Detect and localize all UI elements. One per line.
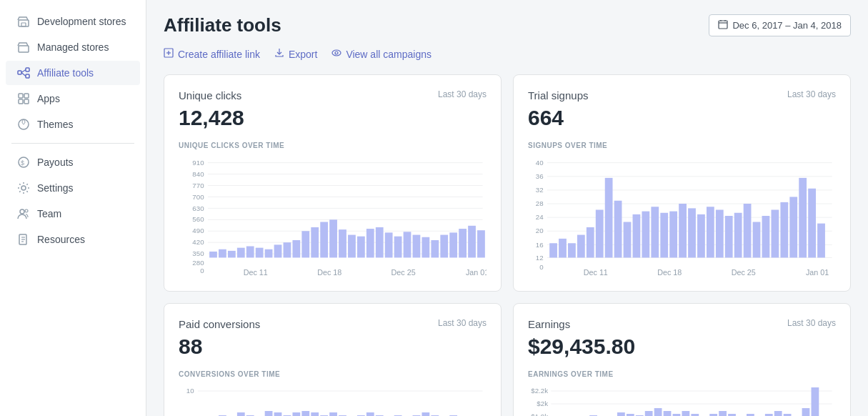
svg-text:630: 630: [192, 204, 204, 212]
svg-text:Jan 01: Jan 01: [806, 268, 829, 277]
export-icon: [274, 48, 284, 60]
trial-signups-card: Trial signups Last 30 days 664 Signups o…: [513, 74, 851, 292]
sidebar-item-themes[interactable]: Themes: [6, 112, 140, 137]
svg-rect-153: [311, 412, 319, 416]
svg-text:Dec 18: Dec 18: [657, 268, 682, 277]
card-value: 88: [179, 335, 487, 359]
svg-text:Dec 25: Dec 25: [732, 268, 756, 277]
sidebar-item-affiliate-tools[interactable]: Affiliate tools: [6, 61, 140, 85]
create-affiliate-link-button[interactable]: Create affiliate link: [164, 48, 260, 60]
svg-rect-121: [716, 210, 724, 258]
date-range-text: Dec 6, 2017 – Jan 4, 2018: [732, 20, 842, 31]
sidebar-item-label: Team: [37, 208, 61, 219]
svg-rect-118: [688, 208, 696, 257]
trial-signups-chart: 40 36 32 28 24 20 16 12 0: [528, 155, 836, 277]
svg-point-17: [25, 209, 28, 212]
resources-icon: [17, 233, 30, 246]
svg-rect-119: [697, 214, 705, 258]
svg-rect-109: [605, 178, 613, 258]
svg-line-6: [21, 70, 26, 73]
svg-rect-52: [209, 252, 217, 258]
svg-rect-65: [329, 219, 337, 257]
page-header: Affiliate tools Dec 6, 2017 – Jan 4, 201…: [164, 14, 851, 36]
svg-rect-75: [421, 237, 429, 258]
svg-rect-68: [357, 237, 365, 258]
svg-rect-77: [440, 235, 448, 258]
svg-rect-107: [587, 227, 594, 258]
store-icon: [17, 15, 30, 28]
date-range-button[interactable]: Dec 6, 2017 – Jan 4, 2018: [709, 14, 851, 36]
svg-text:40: 40: [536, 159, 544, 167]
chart-label: Signups over time: [528, 142, 836, 149]
svg-text:$: $: [21, 159, 24, 167]
svg-text:28: 28: [536, 199, 544, 207]
unique-clicks-card: Unique clicks Last 30 days 12,428 Unique…: [164, 74, 502, 292]
svg-rect-74: [413, 235, 421, 258]
sidebar-item-label: Affiliate tools: [37, 67, 94, 79]
sidebar-item-apps[interactable]: Apps: [6, 86, 140, 111]
export-button[interactable]: Export: [274, 48, 317, 60]
sidebar-item-label: Payouts: [37, 157, 74, 168]
sidebar-item-settings[interactable]: Settings: [6, 176, 140, 200]
svg-rect-105: [568, 243, 576, 257]
paid-conversions-card: Paid conversions Last 30 days 88 Convers…: [164, 303, 502, 416]
svg-text:20: 20: [536, 227, 544, 235]
svg-rect-205: [812, 387, 819, 416]
card-title: Unique clicks: [179, 89, 241, 101]
svg-rect-56: [246, 247, 254, 258]
sidebar-item-label: Resources: [37, 234, 85, 245]
svg-rect-145: [237, 412, 245, 416]
svg-rect-204: [802, 408, 810, 416]
svg-rect-8: [19, 94, 23, 98]
payouts-icon: $: [17, 156, 30, 169]
svg-line-7: [21, 73, 26, 76]
sidebar-divider: [11, 143, 134, 144]
svg-rect-125: [753, 222, 761, 258]
svg-text:0: 0: [539, 264, 543, 272]
svg-rect-195: [719, 411, 727, 416]
export-label: Export: [289, 49, 317, 60]
svg-text:560: 560: [192, 216, 204, 224]
card-value: $29,435.80: [528, 335, 836, 359]
svg-rect-127: [771, 210, 779, 258]
svg-rect-130: [799, 178, 807, 258]
svg-rect-149: [274, 412, 282, 416]
svg-rect-76: [431, 240, 439, 257]
sidebar-item-managed-stores[interactable]: Managed stores: [6, 35, 140, 59]
svg-rect-132: [817, 224, 825, 258]
chart-label: Unique clicks over time: [179, 142, 487, 149]
sidebar-item-label: Apps: [37, 93, 60, 104]
svg-rect-191: [682, 411, 690, 416]
svg-text:12: 12: [536, 254, 544, 262]
svg-rect-115: [660, 213, 668, 258]
card-header: Paid conversions Last 30 days: [179, 318, 487, 330]
view-campaigns-label: View all campaigns: [346, 49, 431, 60]
sidebar-item-payouts[interactable]: $ Payouts: [6, 150, 140, 174]
svg-text:280: 280: [192, 259, 204, 267]
svg-rect-131: [808, 189, 816, 258]
create-link-label: Create affiliate link: [178, 49, 260, 60]
svg-rect-111: [624, 222, 632, 258]
svg-text:Dec 25: Dec 25: [391, 268, 416, 277]
svg-rect-80: [468, 226, 476, 258]
svg-rect-61: [292, 240, 300, 257]
svg-rect-59: [274, 244, 282, 257]
apps-icon: [17, 92, 30, 105]
team-icon: [17, 207, 30, 220]
svg-text:36: 36: [536, 172, 544, 180]
svg-rect-112: [633, 214, 641, 258]
svg-rect-53: [219, 249, 226, 258]
card-header: Unique clicks Last 30 days: [179, 89, 487, 101]
view-campaigns-button[interactable]: View all campaigns: [331, 48, 431, 60]
sidebar-item-team[interactable]: Team: [6, 202, 140, 226]
svg-text:840: 840: [192, 170, 204, 178]
paid-conversions-chart: 10 0: [179, 384, 487, 416]
sidebar-item-resources[interactable]: Resources: [6, 227, 140, 252]
svg-rect-116: [669, 212, 677, 258]
svg-text:Jan 01: Jan 01: [466, 268, 487, 277]
svg-rect-128: [780, 202, 788, 258]
svg-point-15: [21, 186, 26, 190]
sidebar-item-development-stores[interactable]: Development stores: [6, 9, 140, 34]
svg-text:490: 490: [192, 227, 204, 235]
card-header: Trial signups Last 30 days: [528, 89, 836, 101]
